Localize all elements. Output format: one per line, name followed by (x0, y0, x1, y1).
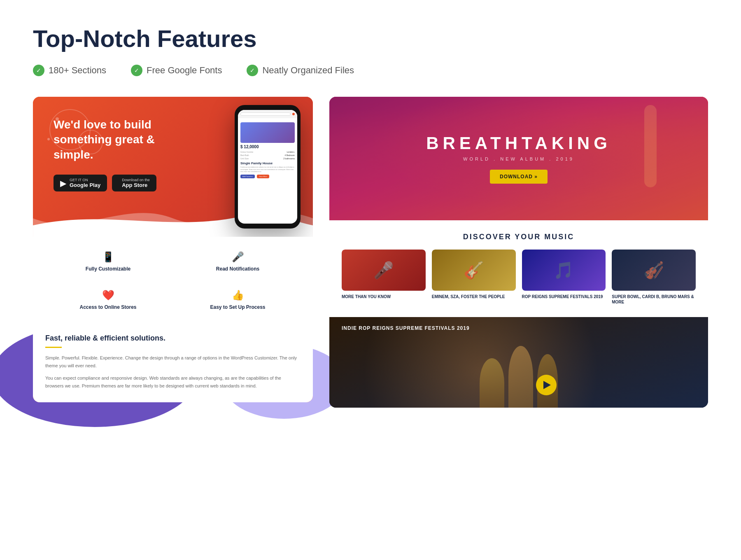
music-item-3: 🎻 SUPER BOWL, CARDI B, BRUNO MARS & MORE (612, 250, 696, 305)
desc-text-2: You can expect compliance and responsive… (45, 374, 301, 390)
feature-label-2: Neatly Organized Files (262, 65, 354, 76)
app-feature-setup: 👍 Easy to Set Up Process (175, 283, 301, 317)
music-cards-grid: 🎤 MORE THAN YOU KNOW 🎸 EMINEM, (342, 250, 696, 305)
video-label: INDIE ROP REIGNS SUPREME FESTIVALS 2019 (342, 325, 470, 331)
page-title: Top-Notch Features (33, 25, 708, 52)
app-feature-online-stores: ❤️ Access to Online Stores (45, 283, 171, 317)
phone-amount: $ 12,0000 (240, 145, 295, 149)
app-store-label-bottom: App Store (122, 182, 150, 188)
fully-customizable-title: Fully Customizable (51, 266, 165, 272)
app-store-btn[interactable]: Download on the App Store (112, 175, 156, 191)
music-label-1: EMINEM, SZA, FOSTER THE PEOPLE (432, 294, 516, 299)
video-play-btn[interactable] (536, 375, 557, 395)
google-play-btn[interactable]: ▶ GET IT ON Google Play (54, 175, 107, 191)
app-hero-section: We'd love to build something great & sim… (33, 97, 313, 237)
feature-item-1: ✓ Free Google Fonts (131, 65, 222, 76)
online-stores-title: Access to Online Stores (51, 304, 165, 310)
music-hero: BREATHTAKING WORLD . NEW ALBUM . 2019 DO… (329, 97, 708, 220)
music-hero-content: BREATHTAKING WORLD . NEW ALBUM . 2019 DO… (426, 133, 611, 184)
hero-text: We'd love to build something great & sim… (54, 117, 161, 162)
heart-icon: ❤️ (51, 289, 165, 301)
music-label-0: MORE THAN YOU KNOW (342, 294, 426, 299)
check-icon-1: ✓ (131, 65, 142, 76)
music-item-0: 🎤 MORE THAN YOU KNOW (342, 250, 426, 305)
hero-dot-2 (47, 138, 50, 140)
music-item-2: 🎵 ROP REIGNS SUPREME FESTIVALS 2019 (522, 250, 606, 305)
phone-property-desc: Continua exercitationem adiamo ius est a… (240, 166, 295, 173)
music-hero-subtitle: WORLD . NEW ALBUM . 2019 (426, 156, 611, 161)
music-label-3: SUPER BOWL, CARDI B, BRUNO MARS & MORE (612, 294, 696, 305)
google-play-icon: ▶ (60, 178, 66, 188)
music-img-0: 🎤 (342, 250, 426, 291)
music-hero-title: BREATHTAKING (426, 133, 611, 153)
app-hero-card: We'd love to build something great & sim… (33, 97, 313, 402)
check-icon-2: ✓ (247, 65, 258, 76)
phone-screen: $ 12,0000 Gross Income London+ Bed-Bath … (238, 110, 297, 224)
features-list: ✓ 180+ Sections ✓ Free Google Fonts ✓ Ne… (33, 65, 708, 76)
google-play-label-top: GET IT ON (70, 178, 100, 182)
music-card: BREATHTAKING WORLD . NEW ALBUM . 2019 DO… (329, 97, 708, 408)
feature-label-1: Free Google Fonts (147, 65, 222, 76)
thumbsup-icon: 👍 (181, 289, 294, 301)
phone-mockup: $ 12,0000 Gross Income London+ Bed-Bath … (235, 105, 301, 229)
music-img-3: 🎻 (612, 250, 696, 291)
app-store-label-top: Download on the (122, 178, 150, 182)
app-feature-fully-customizable: 📱 Fully Customizable (45, 245, 171, 279)
desc-title: Fast, reliable & efficient solutions. (45, 334, 301, 343)
phone-property-title: Single Family House (240, 161, 295, 165)
notifications-title: Read Notifications (181, 266, 294, 272)
play-triangle-icon (543, 381, 551, 389)
mic-icon: 🎤 (181, 251, 294, 263)
music-video-section: INDIE ROP REIGNS SUPREME FESTIVALS 2019 (329, 317, 708, 408)
music-img-2: 🎵 (522, 250, 606, 291)
phone-icon: 📱 (51, 251, 165, 263)
feature-item-0: ✓ 180+ Sections (33, 65, 106, 76)
feature-label-0: 180+ Sections (49, 65, 106, 76)
music-discover-section: DISCOVER YOUR MUSIC 🎤 MORE THAN YOU KNOW (329, 220, 708, 317)
setup-title: Easy to Set Up Process (181, 304, 294, 310)
music-download-btn[interactable]: DOWNLOAD » (490, 170, 548, 184)
music-item-1: 🎸 EMINEM, SZA, FOSTER THE PEOPLE (432, 250, 516, 305)
left-screenshot: We'd love to build something great & sim… (33, 97, 313, 402)
right-screenshot: BREATHTAKING WORLD . NEW ALBUM . 2019 DO… (329, 97, 708, 408)
discover-title: DISCOVER YOUR MUSIC (342, 233, 696, 241)
page-wrapper: Top-Notch Features ✓ 180+ Sections ✓ Fre… (0, 0, 741, 424)
music-label-2: ROP REIGNS SUPREME FESTIVALS 2019 (522, 294, 606, 299)
desc-text-1: Simple. Powerful. Flexible. Experience. … (45, 354, 301, 369)
screenshots-row: We'd love to build something great & sim… (33, 97, 708, 408)
feature-item-2: ✓ Neatly Organized Files (247, 65, 354, 76)
app-feature-notifications: 🎤 Read Notifications (175, 245, 301, 279)
google-play-label-bottom: Google Play (70, 182, 100, 188)
music-img-1: 🎸 (432, 250, 516, 291)
check-icon-0: ✓ (33, 65, 44, 76)
